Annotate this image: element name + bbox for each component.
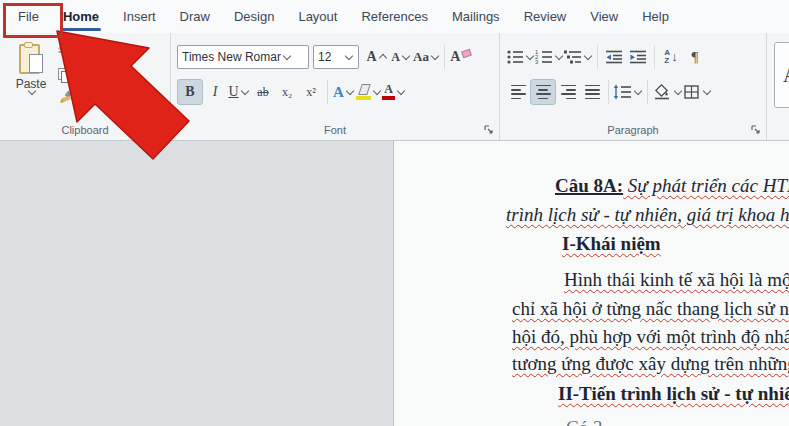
line-spacing-icon [613,84,632,100]
tab-mailings[interactable]: Mailings [440,0,512,33]
copy-icon [58,68,69,81]
subscript-button[interactable]: x₂ [275,80,299,104]
chevron-down-icon [555,51,563,59]
increase-indent-icon [629,49,647,65]
doc-title-label: Câu 8A: [555,175,623,196]
borders-button[interactable] [683,80,712,104]
font-size-select[interactable]: 12 [313,45,359,69]
sort-button[interactable]: AZ ↓ [659,45,683,69]
underline-button[interactable]: U [227,80,251,104]
doc-line-title: Câu 8A: Sự phát triển các HTK [555,175,789,197]
chevron-down-icon [345,51,353,59]
scissors-icon: ✂ [58,43,69,58]
tab-help[interactable]: Help [630,0,681,33]
chevron-down-icon [240,86,248,94]
superscript-button[interactable]: x² [299,80,323,104]
multilevel-list-icon [564,49,582,65]
paragraph-dialog-launcher[interactable] [751,125,761,135]
ribbon-tab-bar: File Home Insert Draw Design Layout Refe… [0,0,789,33]
chevron-down-icon [584,51,592,59]
show-formatting-marks-button[interactable]: ¶ [683,45,707,69]
decrease-indent-button[interactable] [602,45,626,69]
caret-down-icon [402,51,410,59]
chevron-down-icon [373,86,381,94]
grow-font-button[interactable]: A [365,45,389,69]
style-preview-text: A [783,64,789,87]
clipboard-dialog-launcher[interactable] [155,125,165,135]
highlight-color-button[interactable] [356,80,382,104]
chevron-down-icon [526,51,534,59]
chevron-down-icon [346,86,354,94]
align-left-button[interactable] [506,80,530,104]
tab-layout[interactable]: Layout [286,0,349,33]
clear-formatting-button[interactable]: A [449,45,473,69]
font-group-label: Font [171,124,499,136]
increase-indent-button[interactable] [626,45,650,69]
text-effects-button[interactable]: A [332,80,356,104]
shading-button[interactable] [652,80,683,104]
format-painter-icon [58,91,73,105]
change-case-button[interactable]: Aa [413,45,440,69]
word-window: File Home Insert Draw Design Layout Refe… [0,0,789,426]
chevron-down-icon [397,86,405,94]
tab-insert[interactable]: Insert [111,0,168,33]
decrease-indent-icon [605,49,623,65]
chevron-down-icon [703,86,711,94]
align-right-icon [561,85,576,100]
tab-design[interactable]: Design [222,0,286,33]
text-effects-icon: A [333,84,344,101]
bold-button[interactable]: B [177,79,203,105]
pilcrow-icon: ¶ [692,49,699,66]
justify-button[interactable] [580,80,604,104]
doc-heading-1: I-Khái niệm [562,233,661,255]
document-page[interactable]: Câu 8A: Sự phát triển các HTK trình lịch… [394,141,789,426]
font-dialog-launcher[interactable] [484,125,494,135]
align-left-icon [511,85,526,100]
group-clipboard: Paste ✂ Format Painter [0,33,171,140]
doc-line-6: hội đó, phù hợp với một trình độ nhất đ [512,326,789,348]
paste-button[interactable]: Paste [8,43,54,121]
line-spacing-button[interactable] [613,80,643,104]
paste-clipboard-icon [19,43,43,73]
borders-grid-icon [683,84,701,100]
tab-review[interactable]: Review [512,0,579,33]
bullets-button[interactable] [506,45,535,69]
sort-az-icon: AZ [664,49,670,65]
tab-draw[interactable]: Draw [168,0,222,33]
paint-bucket-icon [652,84,672,100]
format-painter-button[interactable]: Format Painter [58,89,157,107]
tab-view[interactable]: View [578,0,630,33]
strikethrough-button[interactable]: ab [251,80,275,104]
font-color-icon: A [382,80,395,104]
multilevel-list-button[interactable] [564,45,593,69]
shrink-font-button[interactable]: A [389,45,413,69]
cut-button[interactable]: ✂ [58,41,157,59]
align-right-button[interactable] [556,80,580,104]
font-color-button[interactable]: A [382,80,406,104]
doc-line-partial: Có 3 [566,417,602,426]
italic-button[interactable]: I [203,80,227,104]
caret-up-icon [378,54,386,62]
numbered-list-icon: 1 2 3 [535,49,553,65]
paragraph-group-label: Paragraph [500,124,766,136]
bullet-list-icon [506,49,524,65]
align-center-icon [536,85,551,100]
font-name-select[interactable]: Times New Romar [177,45,309,69]
tab-references[interactable]: References [349,0,439,33]
align-center-button[interactable] [530,79,556,105]
doc-line-2: trình lịch sử - tự nhiên, giá trị khoa h… [506,204,789,226]
group-paragraph: 1 2 3 [500,33,767,140]
justify-icon [585,85,600,100]
chevron-down-icon [431,51,439,59]
style-preview-button[interactable]: A [774,42,789,108]
document-area: Câu 8A: Sự phát triển các HTK trình lịch… [0,141,789,426]
svg-text:3: 3 [535,59,539,65]
workspace-background [0,141,394,426]
group-font: Times New Romar 12 A A Aa A [171,33,500,140]
copy-button[interactable] [58,65,157,83]
font-size-value: 12 [318,50,331,64]
arrow-down-icon: ↓ [671,52,678,62]
numbering-button[interactable]: 1 2 3 [535,45,564,69]
highlighter-icon [356,80,371,104]
doc-line-4: Hình thái kinh tế xã hội là một [564,269,789,291]
